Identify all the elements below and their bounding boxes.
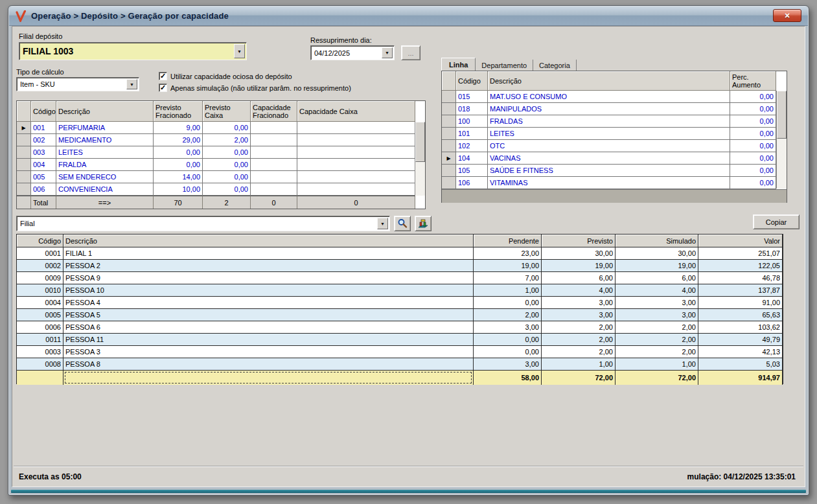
tab-label: Categoria	[539, 62, 570, 69]
filial-dropdown-button[interactable]: ▼	[234, 44, 245, 58]
filial-deposito-select[interactable]: FILIAL 1003 ▼	[19, 42, 247, 60]
percent-grid-row[interactable]: 105 SAÚDE E FITNESS 0,00	[442, 165, 787, 177]
tab-label: Departamento	[481, 62, 527, 69]
header-codigo: Código	[31, 101, 56, 122]
tab-label: Linha	[449, 61, 468, 69]
capacity-grid-header: Código Descrição Previsto Fracionado Pre…	[17, 101, 425, 122]
cell-pendente: 3,00	[474, 321, 542, 334]
tab-departamento[interactable]: Departamento	[476, 60, 533, 71]
cell-previsto: 2,00	[542, 334, 616, 346]
total-capacidade-fracionado: 0	[251, 196, 297, 209]
cell-previsto: 1,00	[542, 358, 616, 371]
cell-previsto: 4,00	[542, 284, 616, 297]
row-indicator	[17, 183, 31, 196]
title-bar[interactable]: Operação > Depósito > Geração por capaci…	[9, 6, 808, 26]
cell-codigo: 0001	[17, 247, 63, 260]
row-indicator	[442, 115, 456, 128]
percent-grid-row[interactable]: ▶ 104 VACINAS 0,00	[442, 152, 787, 165]
cell-valor: 42,13	[698, 346, 783, 358]
ressuprimento-date-select[interactable]: 04/12/2025 ▼	[310, 45, 395, 60]
cell-descricao: LEITES	[488, 128, 730, 140]
result-grid-row[interactable]: 0011 PESSOA 11 0,00 2,00 2,00 49,79	[17, 334, 783, 346]
header-indicator	[442, 71, 456, 91]
cell-descricao: VITAMINAS	[488, 177, 730, 189]
capacity-grid-row[interactable]: 005 SEM ENDERECO 14,00 0,00	[17, 171, 425, 183]
percent-grid-row[interactable]: 106 VITAMINAS 0,00	[442, 177, 787, 189]
cell-previsto: 2,00	[542, 346, 616, 358]
result-grid-row[interactable]: 0005 PESSOA 5 2,00 3,00 3,00 65,63	[17, 309, 783, 321]
checkbox-label: Apenas simulação (não utilizar parâm. no…	[170, 84, 351, 92]
capacity-grid-scrollbar[interactable]	[415, 122, 425, 196]
percent-grid-row[interactable]: 102 OTC 0,00	[442, 140, 787, 152]
filter-dropdown-button[interactable]: ▼	[377, 218, 388, 229]
cell-descricao: PESSOA 10	[63, 284, 474, 297]
capacity-grid-row[interactable]: 003 LEITES 0,00 0,00	[17, 146, 425, 159]
cell-previsto-fracionado: 0,00	[154, 159, 203, 171]
cell-descricao: PESSOA 9	[63, 272, 474, 284]
chart-icon	[418, 218, 428, 229]
cell-simulado: 3,00	[616, 309, 698, 321]
checkbox-apenas-simulacao[interactable]: ✓ Apenas simulação (não utilizar parâm. …	[159, 84, 351, 92]
copy-button[interactable]: Copiar	[753, 214, 800, 229]
result-grid-body: 0001 FILIAL 1 23,00 30,00 30,00 251,07 0…	[17, 247, 783, 371]
scrollbar-thumb[interactable]	[415, 122, 425, 162]
percent-grid-row[interactable]: 015 MAT.USO E CONSUMO 0,00	[442, 91, 787, 103]
focus-rect	[65, 372, 472, 384]
percent-grid-row[interactable]: 101 LEITES 0,00	[442, 128, 787, 140]
row-indicator	[17, 171, 31, 183]
cell-codigo: 105	[456, 165, 488, 177]
cell-pendente: 7,00	[474, 272, 542, 284]
result-grid-row[interactable]: 0006 PESSOA 6 3,00 2,00 2,00 103,62	[17, 321, 783, 334]
cell-simulado: 2,00	[616, 346, 698, 358]
capacity-grid-row[interactable]: 006 CONVENIENCIA 10,00 0,00	[17, 183, 425, 196]
chart-button[interactable]	[415, 216, 432, 231]
cell-valor: 5,03	[698, 358, 783, 371]
result-grid-row[interactable]: 0003 PESSOA 3 0,00 2,00 2,00 42,13	[17, 346, 783, 358]
date-dropdown-button[interactable]: ▼	[382, 47, 393, 58]
cell-descricao: MANIPULADOS	[488, 103, 730, 115]
close-button[interactable]: ✕	[773, 9, 801, 22]
scrollbar-thumb[interactable]	[777, 91, 787, 139]
tab-linha[interactable]: Linha	[441, 58, 476, 71]
header-descricao: Descrição	[56, 101, 154, 122]
cell-descricao: SAÚDE E FITNESS	[488, 165, 730, 177]
search-button[interactable]	[394, 216, 411, 231]
result-grid: Código Descrição Pendente Previsto Simul…	[16, 234, 783, 384]
cell-codigo: 015	[456, 91, 488, 103]
cell-capacidade-fracionado	[251, 171, 297, 183]
cell-codigo: 0005	[17, 309, 63, 321]
result-grid-row[interactable]: 0008 PESSOA 8 3,00 1,00 1,00 5,03	[17, 358, 783, 371]
percent-grid-scrollbar[interactable]	[776, 91, 787, 189]
checkbox-capacidade-ociosa[interactable]: ✓ Utilizar capacidade ociosa do depósito	[159, 72, 292, 80]
cell-previsto-caixa: 0,00	[203, 183, 251, 196]
total-previsto-fracionado: 70	[154, 196, 203, 209]
checkbox-box[interactable]: ✓	[159, 72, 167, 80]
cell-simulado: 2,00	[616, 321, 698, 334]
checkbox-box[interactable]: ✓	[159, 84, 167, 92]
total-arrow: ==>	[56, 196, 154, 209]
filter-select[interactable]: Filial ▼	[16, 216, 390, 231]
more-options-button[interactable]: ...	[401, 45, 420, 60]
cell-codigo: 0004	[17, 297, 63, 309]
cell-previsto: 30,00	[542, 247, 616, 260]
result-grid-row[interactable]: 0002 PESSOA 2 19,00 19,00 19,00 122,05	[17, 260, 783, 272]
cell-descricao: PESSOA 4	[63, 297, 474, 309]
cell-pendente: 23,00	[474, 247, 542, 260]
row-indicator	[17, 159, 31, 171]
result-grid-row[interactable]: 0004 PESSOA 4 0,00 3,00 3,00 91,00	[17, 297, 783, 309]
capacity-grid-row[interactable]: 002 MEDICAMENTO 29,00 2,00	[17, 134, 425, 146]
capacity-grid-row[interactable]: 004 FRALDA 0,00 0,00	[17, 159, 425, 171]
result-grid-row[interactable]: 0001 FILIAL 1 23,00 30,00 30,00 251,07	[17, 247, 783, 260]
tipo-calculo-select[interactable]: Item - SKU ▼	[16, 77, 139, 91]
percent-grid-row[interactable]: 018 MANIPULADOS 0,00	[442, 103, 787, 115]
header-descricao: Descrição	[63, 235, 474, 247]
result-grid-row[interactable]: 0010 PESSOA 10 1,00 4,00 4,00 137,87	[17, 284, 783, 297]
cell-previsto-caixa: 0,00	[203, 159, 251, 171]
tipo-dropdown-button[interactable]: ▼	[126, 79, 137, 89]
result-grid-row[interactable]: 0009 PESSOA 9 7,00 6,00 6,00 46,78	[17, 272, 783, 284]
cell-valor: 46,78	[698, 272, 783, 284]
window-title: Operação > Depósito > Geração por capaci…	[31, 11, 229, 21]
tab-categoria[interactable]: Categoria	[533, 60, 577, 71]
percent-grid-row[interactable]: 100 FRALDAS 0,00	[442, 115, 787, 128]
capacity-grid-row[interactable]: ▶ 001 PERFUMARIA 9,00 0,00	[17, 122, 425, 134]
